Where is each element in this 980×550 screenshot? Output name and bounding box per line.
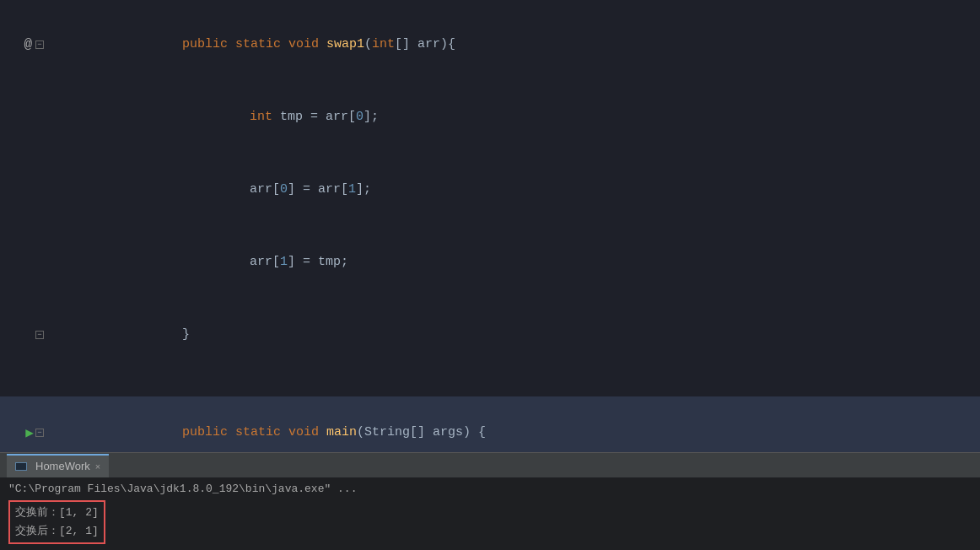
console-output-line-1: 交换前：[1, 2] — [15, 504, 99, 522]
code-line-6 — [0, 371, 980, 396]
code-line-7: ▶ − public static void main(String[] arg… — [0, 396, 980, 452]
indent — [115, 110, 250, 124]
fold-icon-1[interactable]: − — [35, 40, 44, 49]
code-line-3: arr[0] = arr[1]; — [0, 154, 980, 226]
plain-text: ] = arr[ — [288, 182, 348, 197]
at-sign-icon: @ — [24, 37, 32, 52]
number: 1 — [348, 182, 356, 197]
number: 0 — [356, 110, 363, 124]
gutter-5: − — [0, 331, 51, 339]
plain-text: ]; — [363, 110, 379, 124]
gutter-1: @ − — [0, 37, 51, 52]
code-line-4: arr[1] = tmp; — [0, 226, 980, 299]
plain-text: ] = tmp; — [288, 255, 348, 269]
plain-text: (String[] args) { — [357, 425, 486, 439]
plain-text: } — [182, 327, 190, 342]
line-code-7: public static void main(String[] args) { — [51, 397, 980, 452]
plain-text: arr[ — [250, 255, 280, 269]
gutter-7: ▶ − — [0, 424, 51, 441]
console-output-box: 交换前：[1, 2] 交换后：[2, 1] — [8, 500, 105, 544]
keyword: public — [182, 37, 235, 51]
indent — [115, 182, 250, 197]
keyword: int — [372, 37, 395, 51]
number: 0 — [280, 182, 288, 197]
fold-icon-7[interactable]: − — [35, 429, 44, 437]
tab-close-button[interactable]: × — [95, 461, 100, 472]
editor-area: @ − public static void swap1(int[] arr){… — [0, 0, 980, 452]
line-code-3: arr[0] = arr[1]; — [51, 154, 980, 225]
tab-homework[interactable]: HomeWork × — [7, 454, 109, 477]
line-code-6 — [51, 372, 980, 396]
console-area: "C:\Program Files\Java\jdk1.8.0_192\bin\… — [0, 477, 980, 550]
indent — [115, 425, 182, 439]
keyword: void — [288, 425, 326, 439]
line-code-5: } — [51, 299, 980, 370]
fold-icon-5[interactable]: − — [35, 331, 44, 339]
console-command-line: "C:\Program Files\Java\jdk1.8.0_192\bin\… — [8, 483, 972, 495]
play-icon: ▶ — [25, 424, 34, 441]
keyword: static — [235, 425, 288, 439]
function-name: main — [326, 425, 357, 439]
indent — [115, 255, 250, 269]
number: 1 — [280, 255, 288, 269]
line-code-4: arr[1] = tmp; — [51, 227, 980, 298]
keyword: void — [288, 37, 326, 51]
keyword: static — [235, 37, 288, 51]
tab-bar: HomeWork × — [0, 452, 980, 477]
line-code-1: public static void swap1(int[] arr){ — [51, 9, 980, 80]
code-line-5: − } — [0, 299, 980, 371]
code-line-2: int tmp = arr[0]; — [0, 81, 980, 154]
function-name: swap1 — [326, 37, 364, 51]
tab-label: HomeWork — [35, 460, 90, 472]
keyword: public — [182, 425, 235, 439]
plain-text: [] arr){ — [395, 37, 455, 51]
plain-text: arr[ — [250, 182, 280, 197]
indent — [115, 37, 182, 51]
code-container: @ − public static void swap1(int[] arr){… — [0, 0, 980, 452]
plain-text: tmp = arr[ — [280, 110, 356, 124]
tab-console-icon — [15, 462, 27, 471]
indent — [115, 327, 182, 342]
line-code-2: int tmp = arr[0]; — [51, 82, 980, 153]
plain-text: ]; — [356, 182, 371, 197]
code-line-1: @ − public static void swap1(int[] arr){ — [0, 8, 980, 81]
console-output-line-2: 交换后：[2, 1] — [15, 522, 99, 541]
plain-text: ( — [364, 37, 372, 51]
keyword: int — [250, 110, 280, 124]
